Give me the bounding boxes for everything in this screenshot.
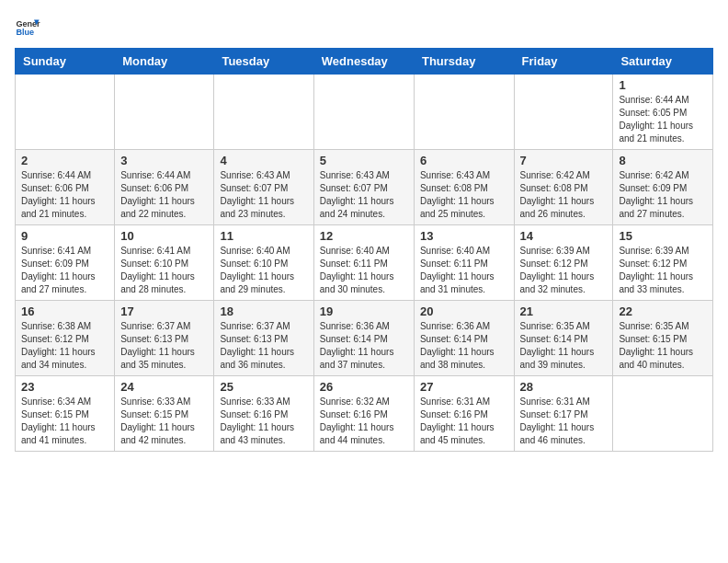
calendar-cell: 21Sunrise: 6:35 AMSunset: 6:14 PMDayligh… (514, 301, 613, 376)
logo-icon: General Blue (15, 15, 40, 40)
calendar-cell: 28Sunrise: 6:31 AMSunset: 6:17 PMDayligh… (514, 376, 613, 452)
calendar-cell: 22Sunrise: 6:35 AMSunset: 6:15 PMDayligh… (613, 301, 713, 376)
calendar-cell: 18Sunrise: 6:37 AMSunset: 6:13 PMDayligh… (214, 301, 313, 376)
day-number: 7 (520, 154, 608, 167)
day-number: 2 (21, 154, 108, 167)
day-number: 21 (520, 304, 608, 318)
day-number: 25 (220, 380, 307, 394)
day-number: 9 (21, 229, 108, 243)
calendar-cell: 8Sunrise: 6:42 AMSunset: 6:09 PMDaylight… (613, 150, 713, 225)
day-number: 3 (120, 154, 208, 167)
day-info: Sunrise: 6:40 AMSunset: 6:11 PMDaylight:… (320, 245, 408, 296)
calendar-cell: 6Sunrise: 6:43 AMSunset: 6:08 PMDaylight… (414, 150, 514, 225)
day-info: Sunrise: 6:42 AMSunset: 6:08 PMDaylight:… (520, 169, 608, 221)
weekday-header-friday: Friday (514, 49, 613, 75)
day-info: Sunrise: 6:37 AMSunset: 6:13 PMDaylight:… (120, 320, 208, 372)
day-info: Sunrise: 6:43 AMSunset: 6:07 PMDaylight:… (220, 169, 307, 221)
calendar-cell: 4Sunrise: 6:43 AMSunset: 6:07 PMDaylight… (214, 150, 313, 225)
day-info: Sunrise: 6:34 AMSunset: 6:15 PMDaylight:… (21, 396, 108, 447)
weekday-header-thursday: Thursday (414, 49, 514, 75)
week-row-3: 9Sunrise: 6:41 AMSunset: 6:09 PMDaylight… (16, 225, 713, 301)
day-info: Sunrise: 6:43 AMSunset: 6:08 PMDaylight:… (420, 169, 508, 221)
calendar-cell: 25Sunrise: 6:33 AMSunset: 6:16 PMDayligh… (214, 376, 313, 452)
day-number: 15 (619, 229, 707, 243)
calendar-cell: 7Sunrise: 6:42 AMSunset: 6:08 PMDaylight… (514, 150, 613, 225)
week-row-5: 23Sunrise: 6:34 AMSunset: 6:15 PMDayligh… (16, 376, 713, 452)
day-info: Sunrise: 6:41 AMSunset: 6:10 PMDaylight:… (120, 245, 208, 296)
day-number: 22 (619, 304, 707, 318)
day-info: Sunrise: 6:32 AMSunset: 6:16 PMDaylight:… (320, 396, 408, 447)
week-row-4: 16Sunrise: 6:38 AMSunset: 6:12 PMDayligh… (16, 301, 713, 376)
day-info: Sunrise: 6:33 AMSunset: 6:15 PMDaylight:… (120, 396, 208, 447)
week-row-2: 2Sunrise: 6:44 AMSunset: 6:06 PMDaylight… (16, 150, 713, 225)
day-number: 24 (120, 380, 208, 394)
day-number: 26 (320, 380, 408, 394)
day-info: Sunrise: 6:31 AMSunset: 6:16 PMDaylight:… (420, 396, 508, 447)
calendar-cell: 23Sunrise: 6:34 AMSunset: 6:15 PMDayligh… (16, 376, 115, 452)
day-info: Sunrise: 6:42 AMSunset: 6:09 PMDaylight:… (619, 169, 707, 221)
logo: General Blue (15, 15, 40, 40)
calendar-cell (514, 75, 613, 150)
day-info: Sunrise: 6:36 AMSunset: 6:14 PMDaylight:… (420, 320, 508, 372)
day-number: 28 (520, 380, 608, 394)
calendar-cell: 13Sunrise: 6:40 AMSunset: 6:11 PMDayligh… (414, 225, 514, 301)
day-number: 17 (120, 304, 208, 318)
day-info: Sunrise: 6:39 AMSunset: 6:12 PMDaylight:… (619, 245, 707, 296)
svg-text:Blue: Blue (16, 28, 34, 37)
weekday-header-row: SundayMondayTuesdayWednesdayThursdayFrid… (16, 49, 713, 75)
calendar-table: SundayMondayTuesdayWednesdayThursdayFrid… (15, 48, 713, 452)
calendar-cell: 12Sunrise: 6:40 AMSunset: 6:11 PMDayligh… (313, 225, 414, 301)
weekday-header-tuesday: Tuesday (214, 49, 313, 75)
day-number: 27 (420, 380, 508, 394)
day-number: 10 (120, 229, 208, 243)
calendar-cell: 26Sunrise: 6:32 AMSunset: 6:16 PMDayligh… (313, 376, 414, 452)
day-number: 1 (619, 78, 707, 92)
day-info: Sunrise: 6:35 AMSunset: 6:15 PMDaylight:… (619, 320, 707, 372)
day-info: Sunrise: 6:37 AMSunset: 6:13 PMDaylight:… (220, 320, 307, 372)
calendar-cell (313, 75, 414, 150)
calendar-cell (115, 75, 214, 150)
day-number: 20 (420, 304, 508, 318)
calendar-cell: 9Sunrise: 6:41 AMSunset: 6:09 PMDaylight… (16, 225, 115, 301)
day-number: 12 (320, 229, 408, 243)
calendar-cell: 17Sunrise: 6:37 AMSunset: 6:13 PMDayligh… (115, 301, 214, 376)
day-info: Sunrise: 6:39 AMSunset: 6:12 PMDaylight:… (520, 245, 608, 296)
weekday-header-sunday: Sunday (16, 49, 115, 75)
calendar-cell: 5Sunrise: 6:43 AMSunset: 6:07 PMDaylight… (313, 150, 414, 225)
week-row-1: 1Sunrise: 6:44 AMSunset: 6:05 PMDaylight… (16, 75, 713, 150)
day-number: 19 (320, 304, 408, 318)
calendar-cell (613, 376, 713, 452)
day-info: Sunrise: 6:36 AMSunset: 6:14 PMDaylight:… (320, 320, 408, 372)
day-number: 18 (220, 304, 307, 318)
weekday-header-wednesday: Wednesday (313, 49, 414, 75)
day-info: Sunrise: 6:38 AMSunset: 6:12 PMDaylight:… (21, 320, 108, 372)
calendar-cell: 11Sunrise: 6:40 AMSunset: 6:10 PMDayligh… (214, 225, 313, 301)
day-info: Sunrise: 6:43 AMSunset: 6:07 PMDaylight:… (320, 169, 408, 221)
weekday-header-monday: Monday (115, 49, 214, 75)
calendar-cell (16, 75, 115, 150)
calendar-cell: 27Sunrise: 6:31 AMSunset: 6:16 PMDayligh… (414, 376, 514, 452)
day-number: 14 (520, 229, 608, 243)
calendar-cell: 20Sunrise: 6:36 AMSunset: 6:14 PMDayligh… (414, 301, 514, 376)
day-number: 6 (420, 154, 508, 167)
day-info: Sunrise: 6:40 AMSunset: 6:10 PMDaylight:… (220, 245, 307, 296)
calendar-cell: 15Sunrise: 6:39 AMSunset: 6:12 PMDayligh… (613, 225, 713, 301)
day-info: Sunrise: 6:35 AMSunset: 6:14 PMDaylight:… (520, 320, 608, 372)
day-number: 16 (21, 304, 108, 318)
day-info: Sunrise: 6:44 AMSunset: 6:06 PMDaylight:… (120, 169, 208, 221)
day-info: Sunrise: 6:44 AMSunset: 6:05 PMDaylight:… (619, 94, 707, 145)
day-number: 23 (21, 380, 108, 394)
day-info: Sunrise: 6:41 AMSunset: 6:09 PMDaylight:… (21, 245, 108, 296)
calendar-cell: 24Sunrise: 6:33 AMSunset: 6:15 PMDayligh… (115, 376, 214, 452)
day-number: 11 (220, 229, 307, 243)
header: General Blue (15, 15, 713, 40)
day-info: Sunrise: 6:31 AMSunset: 6:17 PMDaylight:… (520, 396, 608, 447)
calendar-cell: 14Sunrise: 6:39 AMSunset: 6:12 PMDayligh… (514, 225, 613, 301)
calendar-cell (214, 75, 313, 150)
day-number: 8 (619, 154, 707, 167)
day-info: Sunrise: 6:40 AMSunset: 6:11 PMDaylight:… (420, 245, 508, 296)
calendar-cell: 16Sunrise: 6:38 AMSunset: 6:12 PMDayligh… (16, 301, 115, 376)
calendar-cell: 3Sunrise: 6:44 AMSunset: 6:06 PMDaylight… (115, 150, 214, 225)
day-number: 13 (420, 229, 508, 243)
day-info: Sunrise: 6:33 AMSunset: 6:16 PMDaylight:… (220, 396, 307, 447)
